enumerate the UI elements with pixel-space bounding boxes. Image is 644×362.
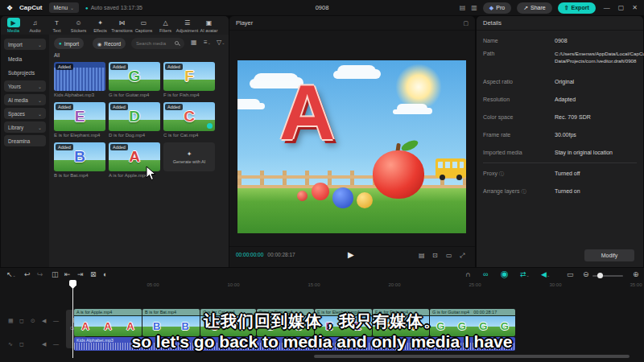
tab-adjustment[interactable]: ☰Adjustment bbox=[176, 16, 198, 35]
ruler-label: 35:00 bbox=[624, 282, 644, 287]
video-thumbnail: CAdded bbox=[163, 102, 215, 131]
track-audio-icon[interactable]: ◀⌄ bbox=[541, 270, 550, 278]
select-tool-icon[interactable]: ↖⌄ bbox=[6, 270, 16, 278]
media-item-c-cat[interactable]: CAdded C is for Cat.mp4 bbox=[163, 102, 215, 138]
picture-in-picture-icon[interactable]: ▢ bbox=[463, 20, 469, 27]
cover-preview-icon[interactable]: ▭ bbox=[567, 270, 574, 278]
info-icon: ⓘ bbox=[521, 189, 526, 194]
generate-label: Generate with AI bbox=[173, 159, 206, 164]
export-button[interactable]: ⇧ Export bbox=[558, 2, 596, 14]
filter-icon[interactable]: ▽⌄ bbox=[217, 39, 225, 46]
ball-shape bbox=[332, 187, 353, 208]
close-button[interactable]: ✕ bbox=[632, 4, 638, 11]
fullscreen-icon[interactable]: ⤢ bbox=[460, 252, 464, 260]
tab-audio[interactable]: ♫Audio bbox=[24, 16, 46, 35]
sidebar-item-dreamina[interactable]: Dreamina bbox=[4, 135, 46, 146]
titlebar: ❖ CapCut Menu ⌄ ● Auto saved 13:17:35 09… bbox=[0, 0, 644, 15]
menu-label: Menu bbox=[54, 5, 68, 10]
sticker-icon: ☺ bbox=[72, 18, 85, 27]
sidebar-item-ai-media[interactable]: AI media⌄ bbox=[4, 94, 46, 105]
tab-stickers[interactable]: ☺Stickers bbox=[68, 16, 89, 35]
proxy-label: Proxy bbox=[483, 171, 497, 176]
snap-magnet-icon[interactable]: ∩ bbox=[465, 270, 470, 278]
undo-icon[interactable]: ↩ bbox=[24, 270, 31, 278]
timeline-scrollbar[interactable] bbox=[314, 355, 630, 358]
detail-label: Resolution bbox=[483, 97, 510, 102]
sidebar-item-import[interactable]: Import⌄ bbox=[4, 39, 46, 50]
zoom-in-icon[interactable]: ⊕ bbox=[633, 270, 639, 278]
grid-view-icon[interactable]: ▦ bbox=[191, 39, 197, 46]
sidebar-item-yours[interactable]: Yours⌄ bbox=[4, 80, 46, 92]
sidebar-item-subprojects[interactable]: Subprojects bbox=[4, 67, 46, 78]
media-item-f-fish[interactable]: FAdded F is for Fish.mp4 bbox=[163, 62, 215, 97]
share-button[interactable]: ↗ Share bbox=[517, 2, 552, 14]
waveform-bars bbox=[54, 68, 105, 91]
sidebar-item-spaces[interactable]: Spaces⌄ bbox=[4, 108, 46, 119]
fit-canvas-icon[interactable]: ⊡ bbox=[432, 252, 438, 259]
preview-quality-icon[interactable]: ▤ bbox=[419, 252, 425, 259]
media-item-b-bat[interactable]: BAdded B is for Bat.mp4 bbox=[54, 142, 105, 178]
media-item-kids-alphabet[interactable]: Added Kids Alphabet.mp3 bbox=[54, 62, 105, 97]
record-label: Record bbox=[104, 41, 121, 47]
menu-button[interactable]: Menu ⌄ bbox=[49, 2, 80, 13]
added-badge: Added bbox=[110, 104, 128, 110]
sidebar-item-library[interactable]: Library⌄ bbox=[4, 121, 46, 133]
app-name: CapCut bbox=[19, 4, 42, 11]
main-track-magnet-icon[interactable]: ◉ bbox=[501, 269, 509, 279]
in-use-indicator bbox=[207, 123, 213, 129]
zoom-slider-knob[interactable] bbox=[597, 273, 603, 278]
media-item-name: G is for Guitar.mp4 bbox=[109, 93, 160, 97]
tab-label: Media bbox=[7, 28, 19, 33]
video-thumbnail: DAdded bbox=[109, 102, 160, 131]
redo-icon[interactable]: ↪ bbox=[37, 270, 43, 278]
import-label: Import bbox=[64, 41, 79, 47]
delete-left-icon[interactable]: ⇤ bbox=[64, 270, 71, 278]
mask-icon[interactable]: ◐ bbox=[103, 270, 107, 278]
media-item-d-dog[interactable]: DAdded D is for Dog.mp4 bbox=[109, 102, 160, 138]
delete-icon[interactable]: ⊠ bbox=[90, 270, 97, 278]
search-icon bbox=[175, 41, 179, 45]
detail-value: Original bbox=[555, 79, 574, 84]
tab-effects[interactable]: ✦Effects bbox=[89, 16, 111, 35]
media-item-g-guitar[interactable]: GAdded G is for Guitar.mp4 bbox=[109, 62, 160, 97]
tab-filters[interactable]: △Filters bbox=[155, 16, 176, 35]
ribbon-tabs: ▶Media ♫Audio TText ☺Stickers ✦Effects ⋈… bbox=[2, 16, 228, 35]
delete-right-icon[interactable]: ⇥ bbox=[77, 270, 84, 278]
tab-label: Audio bbox=[29, 28, 40, 33]
filter-all-label[interactable]: All bbox=[54, 52, 60, 58]
tab-text[interactable]: TText bbox=[46, 16, 68, 35]
aspect-ratio-icon[interactable]: ▭ bbox=[446, 252, 452, 259]
added-badge: Added bbox=[165, 104, 183, 110]
media-item-e-elephant[interactable]: EAdded E is for Elephant.mp4 bbox=[54, 102, 105, 138]
restore-button[interactable]: ▢ bbox=[618, 4, 625, 11]
play-button[interactable]: ▶ bbox=[348, 250, 354, 259]
tab-media[interactable]: ▶Media bbox=[2, 16, 24, 35]
tab-label: Filters bbox=[159, 28, 171, 33]
chevron-down-icon: ⌄ bbox=[526, 273, 530, 278]
media-icon: ▶ bbox=[7, 18, 20, 27]
sort-icon[interactable]: ≡⌄ bbox=[204, 39, 211, 46]
sidebar-item-media[interactable]: Media bbox=[4, 53, 46, 64]
modify-button[interactable]: Modify bbox=[584, 249, 634, 261]
zoom-out-icon[interactable]: ⊖ bbox=[583, 270, 589, 278]
added-badge: Added bbox=[56, 144, 73, 150]
split-icon[interactable]: ◫ bbox=[52, 270, 59, 278]
auto-ripple-icon[interactable]: ⇄⌄ bbox=[520, 270, 530, 278]
layout-toggle-b-icon[interactable]: ▥ bbox=[471, 4, 477, 11]
record-button[interactable]: ◉Record bbox=[93, 38, 126, 49]
generate-with-ai-card[interactable]: ✦ Generate with AI bbox=[163, 142, 215, 171]
cloud-shape bbox=[397, 104, 427, 113]
detail-value: Stay in original location bbox=[555, 150, 613, 155]
chevron-down-icon: ⌄ bbox=[38, 42, 42, 47]
layout-toggle-a-icon[interactable]: ▤ bbox=[460, 4, 466, 11]
timeline-ruler[interactable]: 05:00 10:00 15:00 20:00 25:00 30:00 35:0… bbox=[0, 281, 644, 291]
minimize-button[interactable]: — bbox=[604, 4, 610, 11]
link-preview-icon[interactable]: ∞ bbox=[483, 270, 488, 278]
total-timecode: 00:00:28:17 bbox=[267, 252, 295, 257]
pro-button[interactable]: ◆ Pro bbox=[483, 2, 511, 14]
tab-ai-avatar[interactable]: ▣AI avatar bbox=[198, 16, 220, 35]
import-button[interactable]: ●Import bbox=[54, 38, 84, 49]
preview-frame: A bbox=[237, 60, 466, 233]
tab-captions[interactable]: ▭Captions bbox=[133, 16, 155, 35]
tab-transitions[interactable]: ⋈Transitions bbox=[111, 16, 133, 35]
